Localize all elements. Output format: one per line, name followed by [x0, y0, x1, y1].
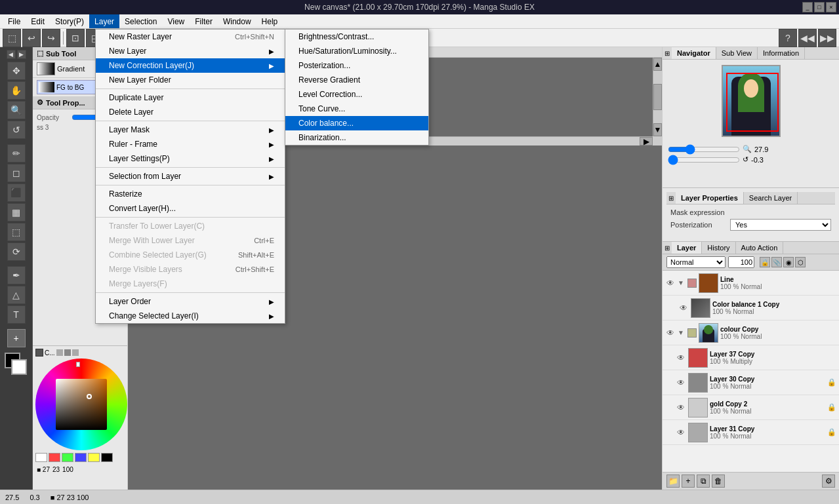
tool-eraser[interactable]: ◻ — [7, 164, 26, 182]
menu-item-mask[interactable]: Layer Mask ▶ — [96, 123, 285, 137]
scrollbar-vertical[interactable]: ▲ ▼ — [653, 58, 662, 136]
layer-item-31[interactable]: 👁 Layer 31 Copy 100 % Normal 🔒 — [663, 420, 839, 445]
layer-vis-37[interactable]: 👁 — [676, 353, 686, 363]
layer-copy-btn[interactable]: ⧉ — [697, 475, 710, 488]
swatch-green[interactable] — [62, 453, 73, 462]
panel-expand-right[interactable]: ▶ — [17, 50, 26, 59]
tab-layer-properties[interactable]: Layer Properties — [676, 192, 744, 204]
tool-shape[interactable]: △ — [7, 286, 26, 304]
tool-brush[interactable]: ✏ — [7, 144, 26, 163]
menu-window[interactable]: Window — [218, 14, 256, 28]
background-color[interactable] — [11, 359, 27, 375]
tool-fill[interactable]: ⬛ — [7, 184, 26, 202]
nav-preview-thumb[interactable] — [722, 65, 781, 137]
menu-item-change-selected[interactable]: Change Selected Layer(I) ▶ — [96, 309, 285, 323]
tool-select[interactable]: ⬚ — [7, 223, 26, 241]
toolbar-btn-1[interactable]: ⬚ — [3, 29, 21, 47]
close-button[interactable]: × — [826, 2, 836, 12]
menu-selection[interactable]: Selection — [119, 14, 162, 28]
menu-item-rasterize[interactable]: Rasterize — [96, 187, 285, 201]
menu-layer[interactable]: Layer — [89, 14, 119, 28]
tab-auto-action[interactable]: Auto Action — [736, 242, 784, 254]
maximize-button[interactable]: □ — [814, 2, 825, 12]
angle-slider[interactable] — [668, 156, 740, 164]
panel-collapse-left[interactable]: ◀ — [7, 50, 16, 59]
tab-layer[interactable]: Layer — [672, 242, 702, 254]
menu-item-delete[interactable]: Delete Layer — [96, 105, 285, 119]
layer-vis-30[interactable]: 👁 — [676, 378, 686, 388]
toolbar-btn-3[interactable]: ↪ — [42, 29, 60, 47]
layer-add-btn[interactable]: + — [682, 475, 695, 488]
menu-edit[interactable]: Edit — [26, 14, 50, 28]
layer-lock-btn[interactable]: 🔒 — [760, 257, 770, 267]
tab-information[interactable]: Information — [758, 47, 805, 59]
color-square[interactable] — [56, 379, 107, 430]
layer-ref-btn[interactable]: ◉ — [783, 257, 794, 267]
sub-brightness[interactable]: Brightness/Contrast... — [285, 29, 428, 44]
menu-item-new-raster[interactable]: New Raster Layer Ctrl+Shift+N — [96, 29, 285, 44]
scroll-thumb-v[interactable] — [653, 84, 662, 110]
layer-vector-btn[interactable]: ⬡ — [795, 257, 806, 267]
col-btn3[interactable] — [72, 349, 79, 356]
toolbar-help[interactable]: ? — [779, 29, 797, 47]
menu-help[interactable]: Help — [256, 14, 283, 28]
window-controls[interactable]: _ □ × — [802, 2, 836, 12]
layer-delete-btn[interactable]: 🗑 — [712, 475, 725, 488]
sub-posterize[interactable]: Posterization... — [285, 58, 428, 73]
tool-rotate[interactable]: ↺ — [7, 121, 26, 139]
layer-vis-colour[interactable]: 👁 — [665, 328, 676, 338]
menu-item-new-correction[interactable]: New Correction Layer(J) ▶ — [96, 58, 285, 73]
tool-zoom[interactable]: 🔍 — [7, 101, 26, 119]
sub-tone[interactable]: Tone Curve... — [285, 102, 428, 116]
layer-item-colour[interactable]: 👁 ▼ colour Copy 100 % Normal — [663, 320, 839, 345]
sub-colorbal[interactable]: Color balance... — [285, 116, 428, 130]
swatch-black[interactable] — [101, 453, 113, 462]
menu-view[interactable]: View — [162, 14, 190, 28]
tool-add-layer[interactable]: + — [7, 329, 26, 347]
swatch-yellow[interactable] — [88, 453, 100, 462]
layer-item-37[interactable]: 👁 Layer 37 Copy 100 % Multiply — [663, 345, 839, 370]
sub-level[interactable]: Level Correction... — [285, 87, 428, 102]
swatch-blue[interactable] — [75, 453, 87, 462]
swatch-red[interactable] — [49, 453, 60, 462]
tool-text[interactable]: T — [7, 305, 26, 324]
menu-file[interactable]: File — [3, 14, 26, 28]
menu-item-duplicate[interactable]: Duplicate Layer — [96, 90, 285, 105]
swatch-white[interactable] — [35, 453, 47, 462]
layer-panel-menu-btn[interactable]: ⊞ — [663, 242, 672, 254]
tool-pen[interactable]: ✒ — [7, 266, 26, 284]
col-btn1[interactable] — [56, 349, 63, 356]
minimize-button[interactable]: _ — [802, 2, 813, 12]
layer-vis-colorbal[interactable]: 👁 — [678, 303, 689, 313]
menu-item-convert[interactable]: Convert Layer(H)... — [96, 201, 285, 216]
sub-binarize[interactable]: Binarization... — [285, 130, 428, 145]
scroll-right-btn[interactable]: ▶ — [640, 137, 653, 145]
menu-item-ruler[interactable]: Ruler - Frame ▶ — [96, 137, 285, 151]
tab-navigator[interactable]: Navigator — [672, 47, 716, 59]
menu-filter[interactable]: Filter — [190, 14, 218, 28]
toolbar-btn-2[interactable]: ↩ — [22, 29, 41, 47]
layer-opacity-input[interactable] — [728, 256, 754, 268]
layer-settings-btn[interactable]: ⚙ — [822, 475, 835, 488]
menu-item-selection[interactable]: Selection from Layer ▶ — [96, 169, 285, 184]
layer-item-gold[interactable]: 👁 gold Copy 2 100 % Normal 🔒 — [663, 395, 839, 420]
tab-search-layer[interactable]: Search Layer — [744, 192, 798, 204]
scroll-down-btn[interactable]: ▼ — [653, 123, 662, 136]
layer-item-colorbal[interactable]: 👁 Color balance 1 Copy 100 % Normal — [663, 296, 839, 320]
toolbar-btn-zoom[interactable]: ⊡ — [66, 29, 85, 47]
menu-item-new-layer[interactable]: New Layer ▶ — [96, 44, 285, 58]
layer-item-30[interactable]: 👁 Layer 30 Copy 100 % Normal 🔒 — [663, 370, 839, 395]
layer-vis-line[interactable]: 👁 — [665, 278, 676, 288]
layer-clip-btn[interactable]: 📎 — [771, 257, 782, 267]
sub-reverse[interactable]: Reverse Gradient — [285, 73, 428, 87]
menu-item-new-folder[interactable]: New Layer Folder — [96, 73, 285, 87]
layer-item-line[interactable]: 👁 ▼ Line 100 % Normal — [663, 271, 839, 296]
sub-hue[interactable]: Hue/Saturation/Luminosity... — [285, 44, 428, 58]
zoom-slider[interactable] — [668, 145, 740, 153]
menu-item-order[interactable]: Layer Order ▶ — [96, 294, 285, 309]
tool-move[interactable]: ✥ — [7, 62, 26, 80]
posterization-select[interactable]: Yes No — [730, 219, 831, 231]
layer-expand-line[interactable]: ▼ — [678, 279, 686, 286]
layer-vis-31[interactable]: 👁 — [676, 427, 686, 438]
menu-item-settings[interactable]: Layer Settings(P) ▶ — [96, 151, 285, 166]
